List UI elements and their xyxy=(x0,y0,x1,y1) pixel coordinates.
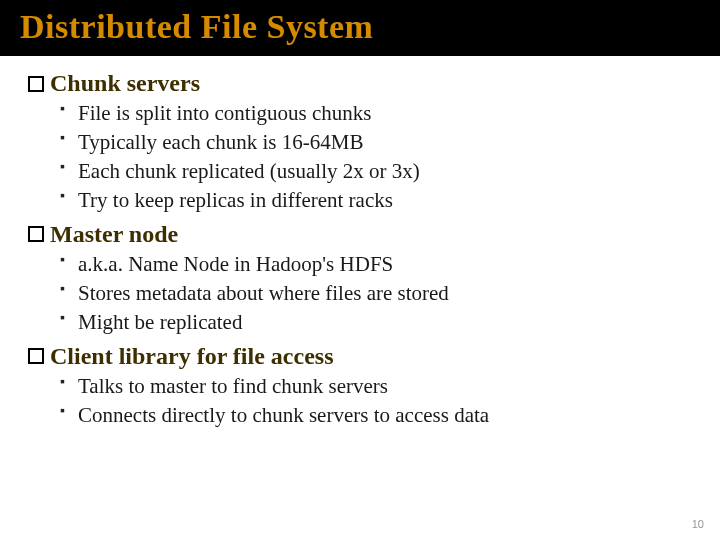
section-heading: Client library for file access xyxy=(28,343,692,370)
section-label: Master node xyxy=(50,221,178,248)
slide-title: Distributed File System xyxy=(20,8,700,46)
list-item: Stores metadata about where files are st… xyxy=(60,279,692,308)
section-items: a.k.a. Name Node in Hadoop's HDFS Stores… xyxy=(28,250,692,337)
slide-content: Chunk servers File is split into contigu… xyxy=(0,56,720,430)
section-label: Client library for file access xyxy=(50,343,333,370)
section-chunk-servers: Chunk servers File is split into contigu… xyxy=(28,70,692,215)
list-item: Try to keep replicas in different racks xyxy=(60,186,692,215)
section-heading: Chunk servers xyxy=(28,70,692,97)
section-label: Chunk servers xyxy=(50,70,200,97)
bullet-box-icon xyxy=(28,76,44,92)
bullet-box-icon xyxy=(28,348,44,364)
list-item: Typically each chunk is 16-64MB xyxy=(60,128,692,157)
list-item: Connects directly to chunk servers to ac… xyxy=(60,401,692,430)
section-client-library: Client library for file access Talks to … xyxy=(28,343,692,430)
list-item: Might be replicated xyxy=(60,308,692,337)
bullet-box-icon xyxy=(28,226,44,242)
list-item: Talks to master to find chunk servers xyxy=(60,372,692,401)
page-number: 10 xyxy=(692,518,704,530)
list-item: Each chunk replicated (usually 2x or 3x) xyxy=(60,157,692,186)
list-item: a.k.a. Name Node in Hadoop's HDFS xyxy=(60,250,692,279)
section-items: File is split into contiguous chunks Typ… xyxy=(28,99,692,215)
list-item: File is split into contiguous chunks xyxy=(60,99,692,128)
title-bar: Distributed File System xyxy=(0,0,720,56)
section-master-node: Master node a.k.a. Name Node in Hadoop's… xyxy=(28,221,692,337)
section-heading: Master node xyxy=(28,221,692,248)
section-items: Talks to master to find chunk servers Co… xyxy=(28,372,692,430)
